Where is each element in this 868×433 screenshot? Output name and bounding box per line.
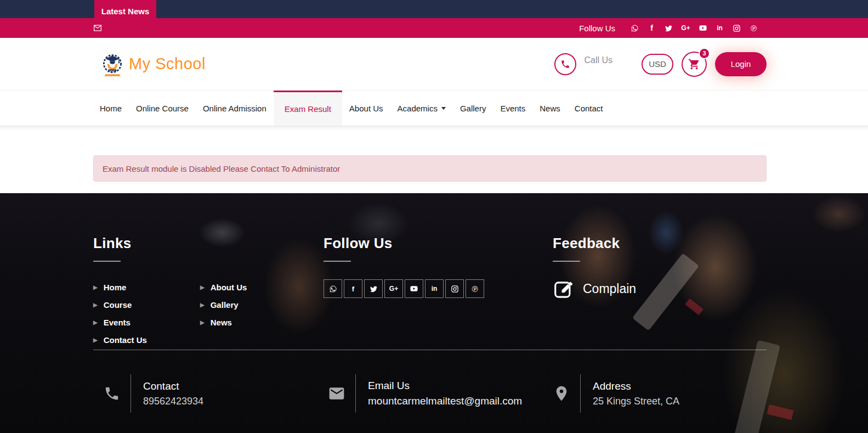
twitter-link[interactable] [660, 24, 677, 32]
nav-item-news[interactable]: News [532, 91, 568, 126]
school-logo-icon [100, 51, 124, 77]
google-plus-icon: G+ [389, 285, 398, 293]
youtube-icon [699, 24, 707, 32]
main-content: Exam Result module is Disabled Please Co… [0, 126, 868, 193]
vertical-divider [131, 374, 131, 413]
map-pin-icon [553, 385, 570, 402]
nav-item-academics[interactable]: Academics [390, 91, 453, 126]
footer-twitter-link[interactable] [364, 279, 383, 298]
call-us-block[interactable]: Call Us [554, 53, 612, 75]
arrow-icon: ▶ [200, 319, 205, 325]
footer-contact-block: Contact 89562423934 [93, 374, 318, 413]
instagram-icon [733, 24, 741, 32]
footer-separator [93, 350, 767, 350]
edit-pencil-icon [553, 278, 574, 299]
footer: Links ▶Home ▶Course ▶Events ▶Contact Us … [0, 193, 868, 433]
pinterest-icon: ℗ [751, 24, 757, 33]
linkedin-link[interactable]: in [711, 24, 728, 32]
nav-item-gallery[interactable]: Gallery [453, 91, 493, 126]
footer-link-about-us[interactable]: ▶About Us [200, 278, 307, 296]
vertical-divider [580, 374, 581, 413]
linkedin-icon: in [717, 24, 723, 32]
google-plus-link[interactable]: G+ [677, 24, 694, 32]
instagram-icon [451, 285, 459, 293]
disabled-module-alert: Exam Result module is Disabled Please Co… [93, 155, 767, 182]
site-header: My School Call Us USD 3 Login [0, 38, 868, 91]
footer-link-course[interactable]: ▶Course [93, 296, 200, 313]
email-title: Email Us [368, 380, 522, 392]
brand[interactable]: My School [100, 51, 206, 77]
cart-icon [688, 58, 700, 70]
pinterest-link[interactable]: ℗ [745, 24, 762, 33]
nav-item-online-admission[interactable]: Online Admission [196, 91, 274, 126]
footer-pinterest-link[interactable]: ℗ [466, 279, 484, 298]
arrow-icon: ▶ [93, 302, 98, 308]
latest-news-tab[interactable]: Latest News [94, 0, 156, 22]
page: Latest News Follow Us f G+ in ℗ [0, 0, 868, 433]
call-us-label: Call Us [584, 55, 612, 65]
facebook-link[interactable]: f [643, 24, 660, 32]
currency-button[interactable]: USD [642, 54, 673, 75]
footer-linkedin-link[interactable]: in [425, 279, 444, 298]
school-name: My School [129, 55, 206, 73]
youtube-icon [410, 284, 418, 293]
nav-item-exam-result[interactable]: Exam Result [274, 91, 342, 126]
twitter-icon [370, 285, 378, 293]
footer-youtube-link[interactable] [405, 279, 423, 298]
footer-link-news[interactable]: ▶News [200, 313, 307, 331]
instagram-link[interactable] [728, 24, 745, 32]
nav-item-home[interactable]: Home [93, 91, 129, 126]
arrow-icon: ▶ [93, 337, 98, 343]
contact-phone-number: 89562423934 [143, 396, 203, 407]
contact-title: Contact [143, 380, 203, 392]
vertical-divider [355, 374, 356, 413]
arrow-icon: ▶ [200, 302, 205, 308]
login-button[interactable]: Login [715, 52, 767, 76]
envelope-icon [93, 24, 102, 32]
nav-item-contact[interactable]: Contact [568, 91, 610, 126]
nav-item-online-course[interactable]: Online Course [129, 91, 196, 126]
footer-contact-row: Contact 89562423934 Email Us mountcarmel… [93, 374, 784, 413]
cart-count-badge: 3 [699, 48, 710, 59]
address-title: Address [593, 380, 679, 392]
footer-link-home[interactable]: ▶Home [93, 278, 200, 296]
footer-feedback-column: Feedback Complain [553, 235, 636, 348]
address-value: 25 Kings Street, CA [593, 396, 679, 407]
facebook-icon: f [352, 285, 354, 293]
google-plus-icon: G+ [681, 24, 690, 32]
top-navy-bar: Latest News [0, 0, 868, 18]
phone-icon [560, 59, 570, 69]
footer-link-events[interactable]: ▶Events [93, 313, 200, 331]
whatsapp-link[interactable] [626, 24, 643, 32]
footer-whatsapp-link[interactable] [324, 279, 342, 298]
footer-email-block: Email Us mountcarmelmailtest@gmail.com [318, 374, 543, 413]
footer-link-gallery[interactable]: ▶Gallery [200, 296, 307, 313]
whatsapp-icon [329, 285, 337, 293]
nav-item-about-us[interactable]: About Us [342, 91, 390, 126]
footer-instagram-link[interactable] [445, 279, 464, 298]
nav-item-events[interactable]: Events [493, 91, 532, 126]
footer-google-plus-link[interactable]: G+ [384, 279, 403, 298]
phone-icon [104, 385, 120, 402]
complain-link[interactable]: Complain [553, 278, 636, 299]
arrow-icon: ▶ [93, 284, 98, 290]
arrow-icon: ▶ [93, 319, 98, 325]
footer-facebook-link[interactable]: f [344, 279, 362, 298]
footer-links-title: Links [93, 235, 324, 262]
email-address: mountcarmelmailtest@gmail.com [368, 395, 522, 407]
footer-link-contact-us[interactable]: ▶Contact Us [93, 331, 200, 348]
twitter-icon [665, 24, 673, 32]
chevron-down-icon [441, 107, 446, 110]
facebook-icon: f [650, 24, 653, 32]
complain-label: Complain [583, 282, 636, 296]
pinterest-icon: ℗ [472, 284, 478, 294]
footer-feedback-title: Feedback [553, 235, 636, 262]
whatsapp-icon [631, 24, 639, 32]
arrow-icon: ▶ [200, 284, 205, 290]
envelope-icon [327, 385, 347, 402]
footer-follow-title: Follow Us [324, 235, 553, 262]
main-nav: Home Online Course Online Admission Exam… [0, 91, 868, 126]
email-link[interactable] [93, 24, 102, 32]
youtube-link[interactable] [694, 24, 711, 32]
footer-follow-column: Follow Us f G+ in [324, 235, 553, 348]
